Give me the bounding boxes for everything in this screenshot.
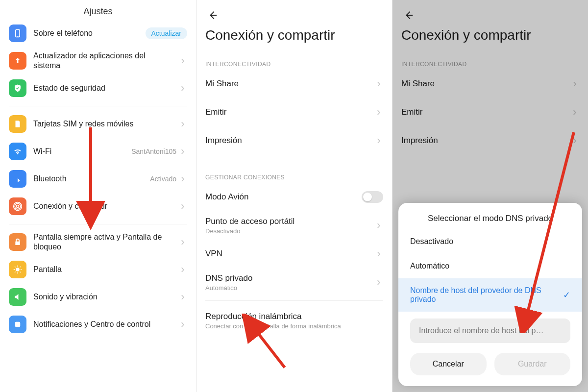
chevron-right-icon: › bbox=[374, 247, 383, 260]
row-display[interactable]: Pantalla › bbox=[9, 256, 187, 283]
row-label: Conexión y compartir bbox=[33, 201, 178, 211]
row-connection-sharing[interactable]: Conexión y compartir › bbox=[9, 193, 187, 220]
row-label: Emitir bbox=[205, 107, 374, 117]
row-label: Pantalla bbox=[33, 265, 178, 274]
update-badge[interactable]: Actualizar bbox=[146, 27, 187, 39]
sun-icon bbox=[9, 261, 26, 278]
settings-pane: Ajustes Sobre el teléfono Actualizar Act… bbox=[0, 0, 196, 392]
row-cast[interactable]: Emitir › bbox=[205, 98, 383, 126]
bluetooth-icon bbox=[9, 170, 26, 188]
section-label: INTERCONECTIVIDAD bbox=[196, 50, 392, 70]
row-sound[interactable]: Sonido y vibración › bbox=[9, 283, 187, 311]
row-vpn[interactable]: VPN › bbox=[205, 240, 383, 268]
private-dns-modal-pane: Conexión y compartir INTERCONECTIVIDAD M… bbox=[392, 0, 588, 392]
section-label: GESTIONAR CONEXIONES bbox=[196, 163, 392, 183]
row-security-status[interactable]: Estado de seguridad › bbox=[9, 74, 187, 102]
divider bbox=[205, 159, 383, 159]
svg-point-5 bbox=[16, 268, 20, 271]
chevron-right-icon: › bbox=[178, 145, 187, 158]
row-notifications[interactable]: Notificaciones y Centro de control › bbox=[9, 311, 187, 338]
row-label: Impresión bbox=[205, 136, 374, 146]
row-label: Notificaciones y Centro de control bbox=[33, 319, 178, 329]
page-title: Conexión y compartir bbox=[196, 0, 392, 50]
svg-line-13 bbox=[20, 267, 21, 268]
row-label: Tarjetas SIM y redes móviles bbox=[33, 119, 178, 129]
svg-line-10 bbox=[15, 267, 16, 268]
chevron-right-icon: › bbox=[374, 106, 383, 119]
row-wifi[interactable]: Wi-Fi SantAntoni105 › bbox=[9, 138, 187, 165]
chevron-right-icon: › bbox=[178, 200, 187, 213]
row-label: Sobre el teléfono bbox=[33, 28, 146, 38]
row-label: Punto de acceso portátil bbox=[205, 217, 374, 226]
notification-icon bbox=[9, 316, 26, 333]
row-hotspot[interactable]: Punto de acceso portátil Desactivado › bbox=[205, 211, 383, 240]
arrow-up-icon bbox=[9, 52, 26, 70]
row-label: Pantalla siempre activa y Pantalla de bl… bbox=[33, 232, 178, 252]
row-sim[interactable]: Tarjetas SIM y redes móviles › bbox=[9, 110, 187, 138]
dns-hostname-input[interactable] bbox=[410, 318, 570, 343]
chevron-right-icon: › bbox=[374, 77, 383, 90]
option-label: Automático bbox=[410, 262, 449, 270]
phone-icon bbox=[9, 24, 26, 42]
row-label: Sonido y vibración bbox=[33, 292, 178, 302]
row-bluetooth[interactable]: Bluetooth Activado › bbox=[9, 165, 187, 193]
row-label: Mi Share bbox=[205, 79, 374, 89]
row-print[interactable]: Impresión › bbox=[205, 126, 383, 155]
svg-line-12 bbox=[15, 272, 16, 273]
connection-sharing-pane: Conexión y compartir INTERCONECTIVIDAD M… bbox=[196, 0, 392, 392]
shield-check-icon bbox=[9, 79, 26, 97]
chevron-right-icon: › bbox=[178, 54, 187, 67]
sim-icon bbox=[9, 115, 26, 133]
divider bbox=[9, 106, 187, 106]
toggle-switch[interactable] bbox=[362, 191, 383, 203]
chevron-right-icon: › bbox=[178, 172, 187, 185]
row-label: Modo Avión bbox=[205, 192, 362, 202]
row-label: Estado de seguridad bbox=[33, 83, 178, 93]
row-label: Bluetooth bbox=[33, 174, 150, 184]
row-label: VPN bbox=[205, 249, 374, 259]
chevron-right-icon: › bbox=[178, 263, 187, 276]
lock-icon bbox=[9, 233, 26, 251]
option-label: Desactivado bbox=[410, 237, 453, 246]
svg-line-11 bbox=[20, 272, 21, 273]
row-about-phone[interactable]: Sobre el teléfono Actualizar bbox=[9, 20, 187, 47]
speaker-icon bbox=[9, 288, 26, 306]
row-private-dns[interactable]: DNS privado Automático › bbox=[205, 268, 383, 296]
wifi-icon bbox=[9, 143, 26, 160]
chevron-right-icon: › bbox=[374, 276, 383, 289]
option-off[interactable]: Desactivado bbox=[398, 229, 582, 254]
row-label: Wi-Fi bbox=[33, 147, 131, 156]
chevron-right-icon: › bbox=[374, 134, 383, 147]
divider bbox=[9, 224, 187, 224]
page-title: Ajustes bbox=[0, 0, 196, 20]
save-button[interactable]: Guardar bbox=[494, 353, 571, 375]
row-wireless-playback[interactable]: Reproducción inalámbrica Conectar con un… bbox=[205, 305, 383, 336]
row-subtext: Conectar con una pantalla de forma inalá… bbox=[205, 322, 383, 330]
row-subtext: Desactivado bbox=[205, 227, 374, 235]
check-icon: ✓ bbox=[563, 290, 570, 300]
row-label: Actualizador de aplicaciones del sistema bbox=[33, 51, 178, 71]
cancel-button[interactable]: Cancelar bbox=[410, 353, 487, 375]
back-button[interactable] bbox=[205, 8, 220, 23]
private-dns-modal: Seleccionar el modo DNS privado Desactiv… bbox=[398, 203, 582, 386]
row-system-updater[interactable]: Actualizador de aplicaciones del sistema… bbox=[9, 47, 187, 74]
svg-rect-14 bbox=[15, 322, 21, 327]
option-auto[interactable]: Automático bbox=[398, 254, 582, 278]
row-lockscreen[interactable]: Pantalla siempre activa y Pantalla de bl… bbox=[9, 228, 187, 256]
row-label: DNS privado bbox=[205, 273, 374, 283]
row-value: Activado bbox=[150, 175, 176, 183]
chevron-right-icon: › bbox=[178, 82, 187, 95]
row-subtext: Automático bbox=[205, 284, 374, 292]
svg-point-3 bbox=[15, 203, 21, 209]
option-label: Nombre de host del provedor de DNS priva… bbox=[410, 286, 563, 304]
row-label: Reproducción inalámbrica bbox=[205, 312, 383, 321]
row-airplane-mode[interactable]: Modo Avión bbox=[205, 183, 383, 211]
svg-point-2 bbox=[17, 205, 19, 208]
option-hostname[interactable]: Nombre de host del provedor de DNS priva… bbox=[398, 278, 582, 312]
chevron-right-icon: › bbox=[178, 291, 187, 303]
connection-icon bbox=[9, 197, 26, 215]
divider bbox=[205, 300, 383, 301]
chevron-right-icon: › bbox=[178, 236, 187, 248]
chevron-right-icon: › bbox=[178, 318, 187, 331]
row-mi-share[interactable]: Mi Share › bbox=[205, 70, 383, 98]
